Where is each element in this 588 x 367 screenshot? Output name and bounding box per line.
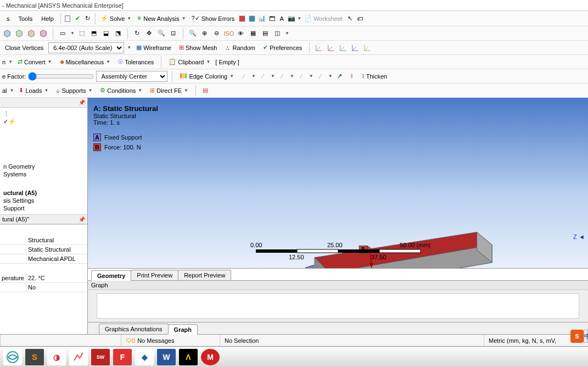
zoom-in-icon[interactable]: ⊕ xyxy=(200,29,210,38)
edge1-icon[interactable]: ∕ xyxy=(239,71,249,81)
tool-b-icon[interactable]: ⬒ xyxy=(89,29,99,38)
prop-solver[interactable]: Mechanical APDL xyxy=(26,254,87,263)
ime-badge[interactable]: S xyxy=(570,330,584,343)
ime-lang[interactable]: 中 xyxy=(584,330,588,343)
menu-tools[interactable]: Tools xyxy=(14,13,37,24)
scale-combo[interactable]: 6.4e-002 (Auto Scale) xyxy=(48,42,124,53)
close-vertices-button[interactable]: Close Vertices xyxy=(2,43,46,53)
tree-support[interactable]: Support xyxy=(2,204,85,212)
supports-button[interactable]: ⏚ Supports▼ xyxy=(53,86,95,96)
new-icon[interactable] xyxy=(63,14,73,24)
thicken-button[interactable]: ⦀ Thicken xyxy=(359,71,390,81)
arrow-icon[interactable]: ↗ xyxy=(335,71,345,81)
edge-coloring-button[interactable]: Edge Coloring▼ xyxy=(177,70,237,82)
tb-icon-1[interactable] xyxy=(237,14,247,24)
task-ansys[interactable]: ◆ xyxy=(135,349,154,365)
misc-button[interactable]: ◆ Miscellaneous▼ xyxy=(57,57,114,67)
wireframe-button[interactable]: ▦ Wireframe xyxy=(133,42,174,53)
preferences-button[interactable]: ✔ Preferences xyxy=(260,42,305,53)
task-matlab[interactable] xyxy=(69,349,88,365)
tool-d-icon[interactable]: ⬔ xyxy=(113,29,123,38)
pin-icon[interactable]: 📌 xyxy=(79,99,85,105)
tb-icon-3[interactable]: 📊 xyxy=(257,14,267,24)
tolerances-button[interactable]: ⦾ Tolerances xyxy=(115,57,156,67)
edge3-icon[interactable]: ∕ xyxy=(277,71,287,81)
tb-icon-2[interactable] xyxy=(247,14,257,24)
tab-print-preview[interactable]: Print Preview xyxy=(131,270,178,280)
conditions-button[interactable]: ⚙ Conditions▼ xyxy=(97,85,145,96)
axis4-icon[interactable] xyxy=(350,43,360,53)
menu-s[interactable]: s xyxy=(2,13,14,24)
tree-geometry[interactable]: n Geometry xyxy=(2,163,85,170)
prop-temperature[interactable]: 22. °C xyxy=(26,274,87,282)
tb-icon-6[interactable]: 📷 xyxy=(287,14,296,24)
select-icon[interactable]: ▭ xyxy=(58,29,68,38)
zoom-box-icon[interactable]: ⊡ xyxy=(169,29,178,38)
iso-icon[interactable]: ISO xyxy=(224,29,234,38)
loads-button[interactable]: ⬇ Loads▼ xyxy=(16,85,51,96)
zoom-icon[interactable]: 🔍 xyxy=(156,29,166,38)
hatch-icon[interactable]: ⦀ xyxy=(347,71,357,81)
tab-report-preview[interactable]: Report Preview xyxy=(178,270,231,280)
layers-icon[interactable]: ▤ xyxy=(260,29,270,38)
task-browser[interactable] xyxy=(3,349,22,365)
cube4-icon[interactable] xyxy=(38,29,48,38)
refresh-icon[interactable]: ↻ xyxy=(83,14,93,24)
axis5-icon[interactable] xyxy=(362,43,372,53)
tab-graphics-annotations[interactable]: Graphics Annotations xyxy=(99,324,169,334)
prop-no[interactable]: No xyxy=(26,283,87,292)
3d-viewport[interactable]: A: Static Structural Static Structural T… xyxy=(88,98,588,268)
split-icon[interactable]: ◫ xyxy=(272,29,282,38)
graph-body[interactable] xyxy=(97,293,579,319)
show-mesh-button[interactable]: ⊞ Show Mesh xyxy=(176,42,220,53)
edge5-icon[interactable]: ∕ xyxy=(316,71,326,81)
menu-help[interactable]: Help xyxy=(37,13,58,24)
task-solidworks[interactable]: SW xyxy=(91,349,110,365)
tree-systems[interactable]: Systems xyxy=(2,170,85,178)
pan-icon[interactable]: ✥ xyxy=(144,29,154,38)
worksheet-button[interactable]: 📄 Worksheet xyxy=(301,13,345,24)
view-icon[interactable]: 👁 xyxy=(236,29,246,38)
task-a[interactable]: Λ xyxy=(179,349,198,365)
tab-geometry[interactable]: Geometry xyxy=(91,270,131,281)
task-f[interactable]: F xyxy=(113,349,132,365)
check-icon[interactable]: ✔ xyxy=(73,14,83,24)
edge2-icon[interactable]: ∕ xyxy=(258,71,268,81)
commands-icon[interactable]: ▤ xyxy=(200,86,210,96)
status-messages[interactable]: No Messages xyxy=(137,337,174,344)
direct-fe-button[interactable]: ⊞ Direct FE▼ xyxy=(147,85,191,96)
grid-icon[interactable]: ▦ xyxy=(248,29,258,38)
tool-a-icon[interactable]: ⬚ xyxy=(77,29,87,38)
assembly-center-combo[interactable]: Assembly Center xyxy=(96,71,167,82)
fit-icon[interactable]: 🔍 xyxy=(188,29,198,38)
status-units[interactable]: Metric (mm, kg, N, s, mV, xyxy=(489,337,556,344)
task-m[interactable]: M xyxy=(201,349,220,365)
tree-analysis-settings[interactable]: sis Settings xyxy=(2,197,85,204)
tag-icon[interactable]: 🏷 xyxy=(355,14,365,24)
axis2-icon[interactable] xyxy=(326,43,336,53)
pin-icon-2[interactable]: 📌 xyxy=(79,216,85,223)
explode-slider[interactable] xyxy=(28,72,94,81)
task-app1[interactable]: ◑ xyxy=(47,349,66,365)
axis3-icon[interactable] xyxy=(338,43,348,53)
cube1-icon[interactable] xyxy=(2,29,12,38)
edge4-icon[interactable]: ∕ xyxy=(296,71,306,81)
convert-button[interactable]: ⇄ Convert▼ xyxy=(15,57,54,67)
new-analysis-button[interactable]: ✳ New Analysis▼ xyxy=(134,13,188,24)
tree-structural[interactable]: uctural (A5) xyxy=(2,189,85,197)
tab-graph[interactable]: Graph xyxy=(168,324,198,335)
solve-button[interactable]: ⚡ Solve▼ xyxy=(98,13,134,24)
cube3-icon[interactable] xyxy=(26,29,36,38)
task-sublime[interactable]: S xyxy=(25,349,44,365)
axis1-icon[interactable] xyxy=(314,43,324,53)
random-button[interactable]: ⛬ Random xyxy=(222,43,258,53)
prop-analysis[interactable]: Static Structural xyxy=(26,245,87,254)
prop-physics[interactable]: Structural xyxy=(26,236,87,244)
pointer-icon[interactable]: ↖ xyxy=(345,14,355,24)
tb-icon-5[interactable]: A xyxy=(277,14,287,24)
show-errors-button[interactable]: ?✓ Show Errors xyxy=(189,13,238,24)
clipboard-button[interactable]: 📋 Clipboard▼ xyxy=(166,57,213,67)
tool-c-icon[interactable]: ⬓ xyxy=(101,29,111,38)
tb-icon-4[interactable]: 🗔 xyxy=(267,14,277,24)
task-word[interactable]: W xyxy=(157,349,176,365)
